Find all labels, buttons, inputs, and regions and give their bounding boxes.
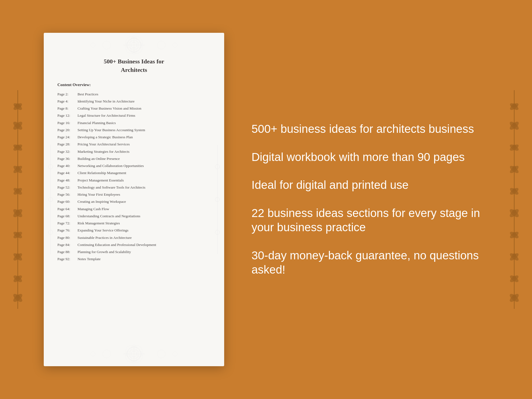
toc-item: Page 2: Best Practices: [57, 92, 211, 97]
document-title: 500+ Business Ideas for Architects: [57, 57, 211, 74]
feature-text-1: Digital workbook with more than 90 pages: [252, 150, 488, 165]
doc-side-decoration-right: [211, 55, 224, 344]
toc-item: Page 48: Project Management Essentials: [57, 178, 211, 183]
svg-point-79: [173, 43, 177, 47]
toc-item: Page 8: Crafting Your Business Vision an…: [57, 106, 211, 111]
toc-section-header: Content Overview:: [57, 83, 211, 87]
toc-item: Page 4: Identifying Your Niche in Archit…: [57, 99, 211, 104]
toc-item: Page 88: Planning for Growth and Scalabi…: [57, 249, 211, 255]
svg-point-97: [103, 350, 111, 358]
toc-item: Page 64: Managing Cash Flow: [57, 206, 211, 212]
toc-item: Page 36: Building an Online Presence: [57, 156, 211, 162]
toc-item: Page 20: Setting Up Your Business Accoun…: [57, 127, 211, 133]
document-panel: 500+ Business Ideas for Architects Conte…: [44, 33, 224, 366]
feature-text-0: 500+ business ideas for architects busin…: [252, 122, 488, 136]
toc-item: Page 68: Understanding Contracts and Neg…: [57, 213, 211, 219]
toc-item: Page 80: Sustainable Practices in Archit…: [57, 235, 211, 240]
toc-item: Page 72: Risk Management Strategies: [57, 221, 211, 226]
feature-text-3: 22 business ideas sections for every sta…: [252, 206, 488, 235]
right-panel: 500+ business ideas for architects busin…: [246, 122, 488, 277]
feature-text-2: Ideal for digital and printed use: [252, 178, 488, 192]
doc-header-decoration: [44, 33, 224, 55]
toc-item: Page 60: Creating an Inspiring Workspace: [57, 199, 211, 204]
toc-item: Page 84: Continuing Education and Profes…: [57, 242, 211, 248]
toc-item: Page 56: Hiring Your First Employees: [57, 192, 211, 197]
svg-point-77: [157, 41, 165, 49]
toc-item: Page 32: Marketing Strategies for Archit…: [57, 149, 211, 154]
doc-footer-decoration: [44, 344, 224, 366]
svg-point-99: [91, 352, 95, 356]
toc-item: Page 28: Pricing Your Architectural Serv…: [57, 142, 211, 147]
toc-item: Page 12: Legal Structure for Architectur…: [57, 113, 211, 118]
toc-item: Page 52: Technology and Software Tools f…: [57, 185, 211, 190]
toc-item: Page 40: Networking and Collaboration Op…: [57, 163, 211, 169]
svg-point-78: [91, 43, 95, 47]
toc-list: Page 2: Best PracticesPage 4: Identifyin…: [57, 92, 211, 262]
content-wrapper: 500+ Business Ideas for Architects Conte…: [0, 0, 532, 399]
feature-text-4: 30-day money-back guarantee, no question…: [252, 248, 488, 277]
svg-point-76: [103, 41, 111, 49]
toc-item: Page 44: Client Relationship Management: [57, 170, 211, 176]
doc-side-decoration-left: [44, 55, 57, 344]
svg-point-98: [157, 350, 165, 358]
toc-item: Page 92: Notes Template: [57, 256, 211, 262]
svg-point-100: [173, 352, 177, 356]
toc-item: Page 76: Expanding Your Service Offering…: [57, 228, 211, 233]
toc-item: Page 16: Financial Planning Basics: [57, 120, 211, 126]
toc-item: Page 24: Developing a Strategic Business…: [57, 134, 211, 140]
